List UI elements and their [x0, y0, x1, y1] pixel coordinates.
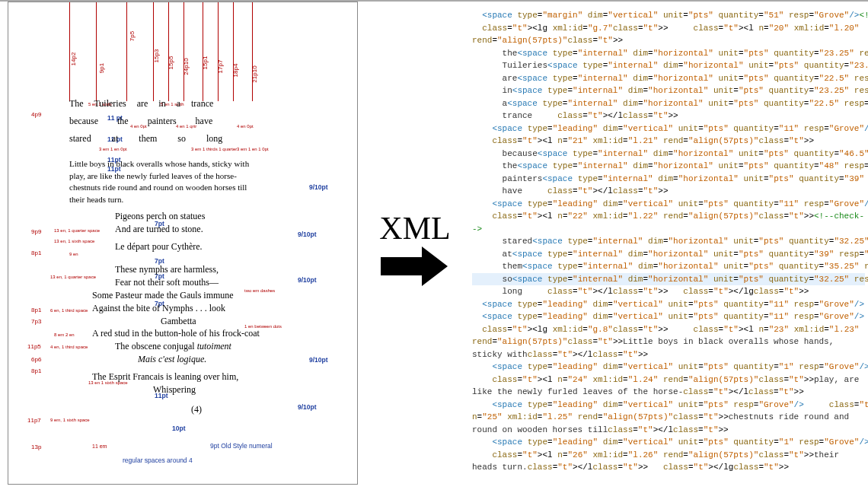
margin-measure: 8p1	[31, 250, 41, 256]
margin-measure: 13p	[31, 444, 41, 450]
poem-line: The Esprit Francais is leaning over him,	[69, 371, 321, 383]
margin-measure: 9p9	[31, 228, 41, 235]
ruler-label: 15p1	[202, 56, 209, 70]
ruler-label: 24p10	[183, 58, 190, 75]
poem-line: Fear not their soft mouths—	[69, 276, 321, 289]
margin-measure: 8p1	[31, 307, 41, 313]
margin-measure: 11p7	[27, 417, 41, 424]
poem-line: play, are like the newly furled leaves o…	[69, 170, 321, 182]
ruler-label: 21p10	[251, 65, 258, 82]
ruler-label: 17p7	[217, 60, 224, 74]
poem-line: Gambetta	[69, 315, 321, 328]
poem-line: Some Pasteur made the Gauls immune	[69, 289, 321, 302]
poem-line: stared at them so long	[69, 132, 321, 145]
arrow-icon	[381, 247, 449, 285]
poem-line: chestnuts ride round and round on wooden…	[69, 182, 321, 193]
footnote-label: regular spaces around 4	[123, 456, 193, 464]
ruler-label: 9p1	[98, 63, 105, 73]
poem-line: their heads turn.	[69, 194, 321, 205]
poem-line: Mais c'est logique.	[69, 353, 321, 366]
poem-line: (4)	[69, 403, 321, 416]
poem-line: Little boys in black overalls whose hand…	[69, 158, 321, 170]
inline-measure: 11 em	[92, 444, 107, 449]
margin-measure: 6p6	[31, 356, 41, 363]
ruler-label: 18p4	[232, 64, 239, 78]
ruler-label: 15p5	[168, 56, 174, 70]
xml-code-panel: <space type="margin" dim="vertical" unit…	[472, 2, 868, 493]
poem-line: Against the bite of Nymphs . . . look	[69, 302, 321, 315]
poem-line: The Tuileries are in a trance	[69, 97, 321, 110]
poem-line: because the painters have	[69, 115, 321, 128]
inline-measure: 9 em, 1 sixth space	[50, 418, 90, 422]
margin-measure: 8p1	[31, 367, 41, 374]
poem-line: The obscene conjugal	[115, 341, 197, 351]
poem-line: These nymphs are harmless,	[69, 263, 321, 276]
ruler-label: 15p3	[153, 49, 160, 63]
poem-text: The Tuileries are in a trance because th…	[69, 97, 321, 416]
leading-label: 10pt	[172, 425, 185, 432]
diagram-container: 14p2 9p1 7p5 15p3 15p5 24p10 15p1 17p7 1…	[0, 2, 868, 493]
poem-line: And are turned to stone.	[69, 223, 321, 236]
poem-line: Whispering	[69, 383, 321, 396]
margin-measure: 11p5	[27, 343, 41, 350]
arrow-column: XML	[358, 2, 472, 493]
poem-line: A red stud in the button-hole of his fro…	[69, 327, 321, 340]
margin-measure: 4p9	[31, 111, 41, 118]
margin-measure: 7p3	[31, 318, 41, 325]
poem-line: Le départ pour Cythère.	[69, 240, 321, 253]
ruler-label: 7p5	[129, 31, 136, 41]
poem-line: Pigeons perch on statues	[69, 210, 321, 223]
ruler-label: 14p2	[70, 52, 77, 66]
footnote-label: 9pt Old Style numeral	[210, 442, 273, 450]
xml-label: XML	[379, 210, 450, 247]
annotated-manuscript-panel: 14p2 9p1 7p5 15p3 15p5 24p10 15p1 17p7 1…	[8, 2, 358, 485]
